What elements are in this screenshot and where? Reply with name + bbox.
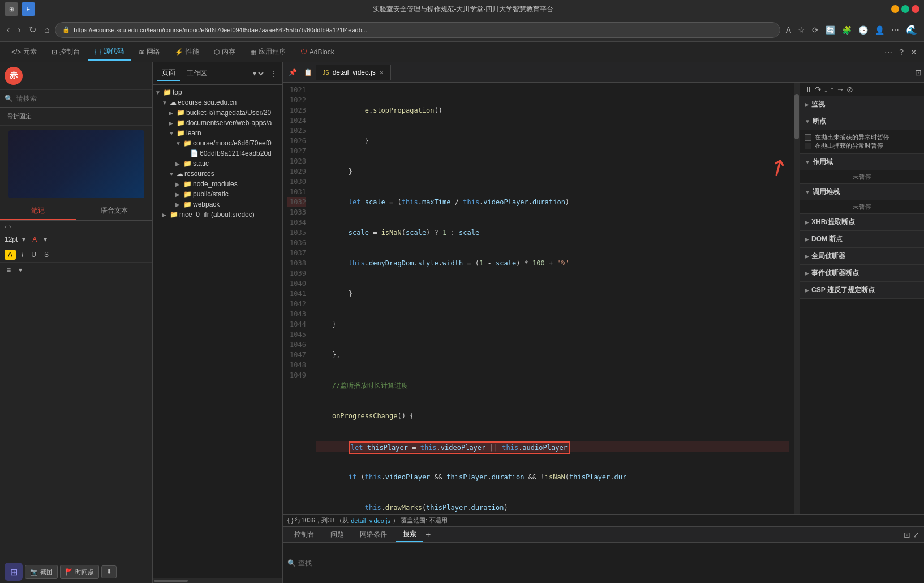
tab-performance[interactable]: ⚡ 性能 (168, 44, 206, 60)
minimize-btn[interactable] (891, 5, 899, 13)
tab-application[interactable]: ▦ 应用程序 (243, 44, 293, 60)
align-btn[interactable]: ≡ (5, 265, 13, 275)
align-dropdown-btn[interactable]: ▾ (16, 265, 24, 275)
tree-item-resources[interactable]: ▼ ☁ resources (153, 169, 282, 179)
section-monitor-header[interactable]: ▶ 监视 (800, 96, 924, 113)
tab-notes[interactable]: 笔记 (0, 203, 76, 220)
tree-item-public-static[interactable]: ▶ 📁 public/static (153, 189, 282, 199)
step-over-btn[interactable]: ↷ (815, 85, 822, 94)
italic-btn[interactable]: I (19, 250, 25, 260)
section-scope-header[interactable]: ▼ 作用域 (800, 154, 924, 170)
add-tab-btn[interactable]: + (426, 530, 431, 540)
step-out-btn[interactable]: ↑ (830, 85, 834, 94)
font-color-btn[interactable]: A (30, 234, 39, 245)
close-btn[interactable] (912, 5, 919, 13)
devtools-format-btn[interactable]: 📋 (300, 66, 316, 79)
help-btn[interactable]: ? (897, 45, 906, 59)
tab-workspace[interactable]: 工作区 (182, 66, 212, 80)
checkbox-uncaught[interactable] (805, 134, 811, 141)
section-dom-header[interactable]: ▶ DOM 断点 (800, 231, 924, 247)
tab-memory[interactable]: ⬡ 内存 (207, 44, 242, 60)
tree-item-static[interactable]: ▶ 📁 static (153, 158, 282, 169)
code-line-1031: onProgressChange() { (316, 411, 789, 421)
extensions-btn[interactable]: 🧩 (840, 23, 854, 37)
tree-item-learn[interactable]: ▼ 📁 learn (153, 128, 282, 138)
underline-btn[interactable]: U (29, 250, 38, 260)
tab-adblock[interactable]: 🛡 AdBlock (294, 45, 341, 59)
translate-btn[interactable]: A (784, 23, 793, 37)
tab-voice[interactable]: 语音文本 (76, 203, 153, 220)
tree-item-docs[interactable]: ▶ 📁 documentserver/web-apps/a (153, 118, 282, 128)
section-scope: ▼ 作用域 未暂停 (800, 154, 924, 184)
section-breakpoints-header[interactable]: ▼ 断点 (800, 113, 924, 130)
bottom-tab-issues[interactable]: 问题 (324, 528, 351, 542)
section-xhr-header[interactable]: ▶ XHR/提取断点 (800, 214, 924, 230)
section-events-header[interactable]: ▶ 事件侦听器断点 (800, 265, 924, 281)
history-btn[interactable]: 🕒 (856, 23, 870, 37)
refresh2-btn[interactable]: ⟳ (810, 23, 821, 37)
maximize-btn[interactable] (901, 5, 909, 13)
download-btn[interactable]: ⬇ (101, 565, 117, 578)
favorites-btn[interactable]: ☆ (796, 23, 807, 37)
bottom-tab-network[interactable]: 网络条件 (353, 528, 394, 542)
tree-item-bucket[interactable]: ▶ 📁 bucket-k/imagedata/User/20 (153, 108, 282, 118)
deactivate-btn[interactable]: ⊘ (846, 85, 853, 94)
scope-empty: 未暂停 (800, 170, 924, 183)
refresh-btn[interactable]: ↻ (27, 22, 38, 37)
bottom-tab-search[interactable]: 搜索 (396, 527, 423, 542)
strikethrough-btn[interactable]: S (42, 250, 51, 260)
tab-elements[interactable]: </> 元素 (5, 44, 44, 60)
more-tabs-btn[interactable]: ⋯ (882, 45, 895, 59)
devtools-pin-btn[interactable]: 📌 (285, 66, 300, 79)
close-devtools-btn[interactable]: ✕ (908, 45, 919, 59)
screenshot-btn[interactable]: 📷 截图 (25, 565, 58, 579)
workspace-dropdown[interactable]: ▾ (251, 69, 265, 78)
vertical-scrollbar[interactable] (794, 83, 800, 514)
address-bar[interactable]: 🔒 https://ecourse.scu.edu.cn/learn/cours… (55, 22, 780, 38)
tree-item-ecourse[interactable]: ▼ ☁ ecourse.scu.edu.cn (153, 97, 282, 108)
tree-item-webpack[interactable]: ▶ 📁 webpack (153, 199, 282, 209)
tab-sources[interactable]: { } 源代码 (88, 43, 130, 61)
section-csp-header[interactable]: ▶ CSP 违反了规定断点 (800, 282, 924, 298)
sync-btn[interactable]: 🔄 (823, 23, 837, 37)
close-tab-icon[interactable]: ✕ (379, 70, 384, 76)
edge-logo[interactable]: 🌊 (904, 22, 919, 37)
tab-network[interactable]: ≋ 网络 (132, 44, 167, 60)
fullscreen-btn[interactable]: ⤢ (913, 530, 919, 539)
file-tree-scrollbar[interactable] (153, 578, 282, 583)
editor-tab-detail-video[interactable]: JS detail_video.js ✕ (316, 65, 391, 80)
section-global-header[interactable]: ▶ 全局侦听器 (800, 248, 924, 264)
highlight-btn[interactable]: A (5, 250, 16, 260)
more-options-btn[interactable]: ⋮ (270, 69, 278, 78)
timestamp-btn[interactable]: 🚩 时间点 (60, 565, 99, 579)
tree-item-node-modules[interactable]: ▶ 📁 node_modules (153, 179, 282, 189)
forward-btn[interactable]: › (15, 23, 23, 37)
tab-console[interactable]: ⊡ 控制台 (45, 44, 87, 60)
expand-editor-btn[interactable]: ⊡ (915, 68, 922, 77)
sidebar-search-input[interactable] (16, 95, 148, 102)
pause-btn[interactable]: ⏸ (805, 85, 813, 94)
tree-item-mce[interactable]: ▶ 📁 mce_0_ifr (about:srcdoc) (153, 209, 282, 220)
status-text: { } 行1036，列38 （从 (287, 516, 349, 525)
search-input[interactable] (298, 559, 919, 567)
home-btn[interactable]: ⌂ (42, 23, 52, 37)
bottom-tab-console[interactable]: 控制台 (287, 528, 321, 542)
font-dropdown-btn[interactable]: ▾ (20, 234, 28, 245)
tab-page[interactable]: 页面 (157, 66, 180, 81)
network-icon: ≋ (139, 48, 144, 56)
resume-btn[interactable]: → (836, 85, 844, 94)
checkbox-caught[interactable] (805, 143, 811, 149)
settings-btn[interactable]: ⋯ (889, 23, 901, 37)
status-file-link[interactable]: detail_video.js (351, 517, 390, 524)
code-content[interactable]: e.stopPropagation() } } let scale = (thi… (311, 83, 794, 514)
step-into-btn[interactable]: ↓ (824, 85, 828, 94)
tree-item-course[interactable]: ▼ 📁 course/mooc/e6d6f70eef0 (153, 138, 282, 148)
tree-item-top[interactable]: ▼ 📁 top (153, 87, 282, 97)
arrow-icon: ▶ (175, 181, 182, 187)
account-btn[interactable]: 👤 (873, 23, 887, 37)
tree-item-file1[interactable]: 📄 60ddfb9a121f4eadb20d (153, 148, 282, 158)
back-btn[interactable]: ‹ (5, 23, 12, 37)
dock-btn[interactable]: ⊡ (904, 530, 910, 539)
font-color-dropdown-btn[interactable]: ▾ (41, 234, 49, 245)
section-callstack-header[interactable]: ▼ 调用堆栈 (800, 184, 924, 200)
